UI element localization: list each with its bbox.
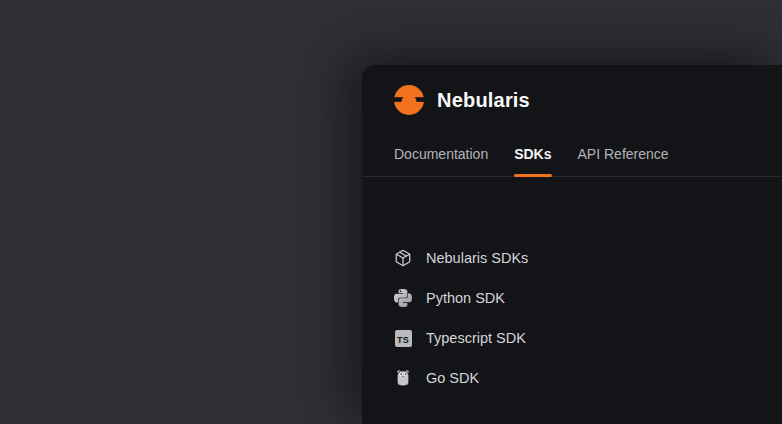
tab-documentation[interactable]: Documentation	[394, 146, 488, 176]
brand-header: Nebularis	[362, 65, 782, 115]
tab-api-reference[interactable]: API Reference	[578, 146, 669, 176]
sdk-item-go-sdk[interactable]: Go SDK	[394, 358, 750, 398]
package-icon	[394, 249, 412, 267]
sdk-item-label: Go SDK	[426, 370, 479, 386]
nebularis-logo-icon	[394, 85, 424, 115]
tab-bar: Documentation SDKs API Reference	[362, 146, 782, 177]
brand-title: Nebularis	[437, 89, 530, 112]
sdk-item-typescript-sdk[interactable]: TS Typescript SDK	[394, 318, 750, 358]
go-gopher-icon	[394, 369, 412, 387]
typescript-badge-text: TS	[395, 330, 412, 347]
python-icon	[394, 289, 412, 307]
sdk-item-python-sdk[interactable]: Python SDK	[394, 278, 750, 318]
typescript-icon: TS	[394, 329, 412, 347]
sdk-item-nebularis-sdks[interactable]: Nebularis SDKs	[394, 238, 750, 278]
desktop-background: { "brand": { "name": "Nebularis", "logo_…	[0, 0, 782, 424]
sdk-item-label: Nebularis SDKs	[426, 250, 528, 266]
sdk-item-label: Python SDK	[426, 290, 505, 306]
sdk-item-label: Typescript SDK	[426, 330, 526, 346]
docs-panel: Nebularis Documentation SDKs API Referen…	[362, 65, 782, 424]
tab-sdks[interactable]: SDKs	[514, 146, 551, 176]
sdk-menu: Nebularis SDKs Python SDK TS	[362, 177, 782, 398]
